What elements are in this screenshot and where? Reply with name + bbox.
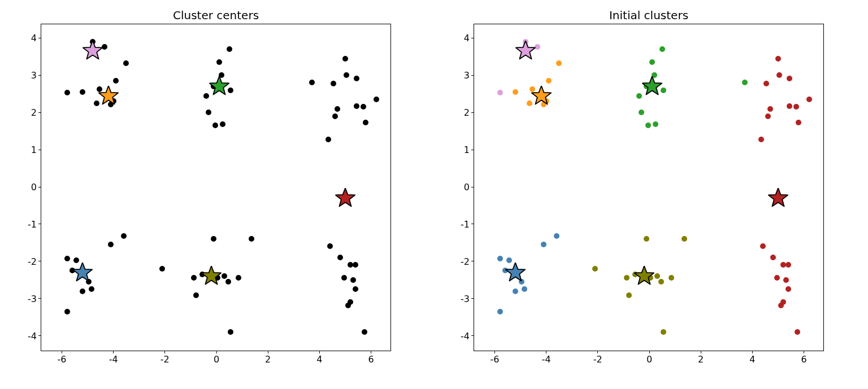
data-point [193, 292, 199, 298]
data-point [742, 80, 748, 85]
xtick-mark [546, 351, 546, 353]
data-point [774, 275, 780, 281]
data-point [113, 78, 119, 84]
data-point [216, 59, 222, 65]
svg-marker-1 [98, 86, 118, 104]
data-point [350, 277, 356, 283]
data-point [787, 76, 792, 81]
ytick-label: 2 [31, 107, 37, 118]
data-point [332, 113, 338, 119]
xtick-label: 2 [698, 354, 704, 365]
data-point [785, 286, 791, 292]
ytick-label: 1 [31, 145, 37, 155]
ytick-label: 0 [464, 182, 470, 193]
ytick-label: -4 [461, 330, 470, 341]
xtick-label: -6 [57, 354, 66, 365]
xtick-mark [494, 351, 495, 353]
xtick-mark [216, 351, 217, 353]
data-point [770, 255, 776, 260]
data-point [654, 273, 660, 279]
svg-marker-7 [531, 86, 550, 104]
ytick-label: 3 [31, 70, 37, 81]
svg-marker-2 [209, 76, 228, 95]
data-point [345, 303, 351, 308]
cluster-center-star [335, 188, 355, 208]
data-point [541, 242, 546, 247]
xtick-mark [804, 351, 804, 353]
ytick-label: 0 [31, 182, 37, 193]
data-point [669, 275, 674, 281]
ytick-mark [471, 112, 474, 113]
data-point [236, 275, 241, 281]
data-point [767, 106, 773, 112]
ytick-mark [471, 38, 474, 38]
data-point [211, 236, 216, 242]
svg-marker-11 [635, 266, 654, 285]
data-point [776, 72, 782, 78]
data-point [327, 243, 333, 249]
xtick-label: 6 [801, 354, 806, 365]
data-point [374, 97, 379, 102]
xtick-label: 4 [316, 354, 322, 365]
cluster-center-star [642, 76, 662, 97]
svg-marker-0 [83, 41, 102, 59]
data-point [644, 236, 649, 242]
ytick-label: -4 [28, 330, 37, 341]
data-point [80, 289, 85, 294]
svg-marker-8 [642, 76, 661, 95]
ytick-mark [38, 112, 41, 113]
data-point [212, 123, 218, 128]
data-point [783, 277, 789, 283]
xtick-label: -2 [593, 354, 602, 365]
cluster-center-star [634, 266, 654, 286]
data-point [765, 113, 771, 119]
data-point [785, 262, 791, 268]
data-point [203, 93, 209, 99]
xtick-mark [752, 351, 753, 353]
data-point [758, 137, 764, 142]
data-point [354, 76, 359, 81]
xtick-mark [649, 351, 650, 353]
figure: Cluster centers-6-4-20246-4-3-2-101234In… [0, 0, 868, 389]
data-point [249, 236, 254, 242]
svg-marker-9 [769, 188, 788, 207]
data-point [89, 286, 94, 292]
ytick-label: -2 [28, 256, 37, 266]
cluster-center-star [98, 86, 119, 106]
cluster-center-star [505, 263, 526, 283]
data-point [206, 110, 211, 115]
axes-1: Initial clusters-6-4-20246-4-3-2-101234 [474, 24, 824, 351]
axes-0: Cluster centers-6-4-20246-4-3-2-101234 [41, 24, 391, 351]
svg-marker-6 [516, 41, 535, 59]
data-point [636, 93, 642, 99]
xtick-label: -4 [542, 354, 551, 365]
xtick-mark [268, 351, 268, 353]
data-point [80, 89, 85, 95]
data-point [522, 286, 527, 292]
data-point [225, 279, 231, 285]
data-point [309, 80, 315, 85]
ytick-label: 2 [464, 107, 470, 118]
xtick-mark [371, 351, 371, 353]
svg-marker-10 [506, 263, 525, 281]
data-point [682, 236, 687, 242]
xtick-label: 4 [749, 354, 755, 365]
cluster-center-star [83, 41, 103, 61]
cluster-center-star [201, 266, 222, 286]
svg-marker-4 [73, 263, 92, 281]
data-point [554, 233, 559, 239]
ytick-label: -3 [461, 293, 470, 304]
xtick-label: 6 [368, 354, 374, 365]
ytick-label: 4 [31, 33, 37, 43]
data-point [191, 275, 197, 281]
ytick-label: 4 [464, 33, 470, 43]
xtick-label: 0 [646, 354, 652, 365]
xtick-label: -6 [490, 354, 499, 365]
data-point [796, 120, 801, 125]
cluster-center-star [72, 263, 93, 283]
data-point [337, 255, 343, 260]
ytick-mark [471, 224, 474, 224]
ytick-label: -1 [461, 218, 470, 229]
data-point [556, 60, 562, 66]
data-point [513, 289, 518, 294]
